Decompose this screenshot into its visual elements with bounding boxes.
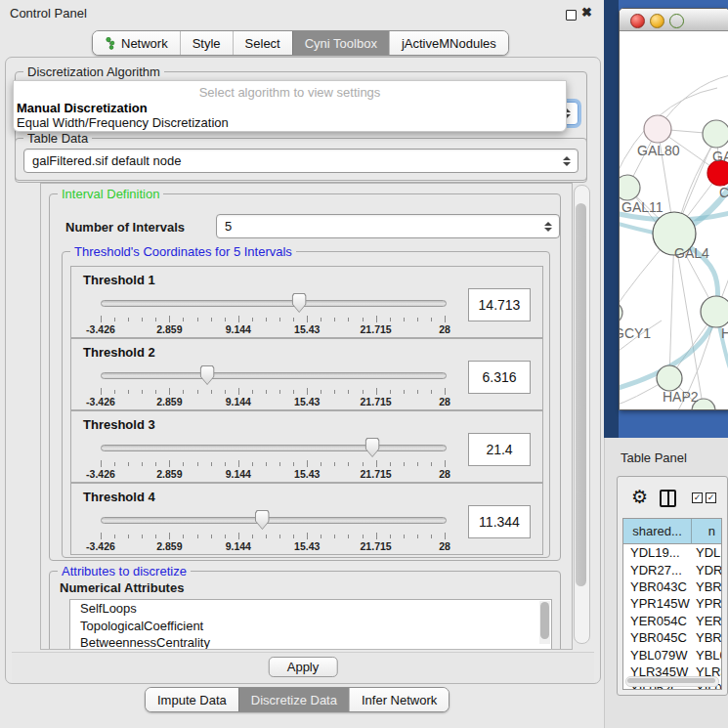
tab-jactivemnodules[interactable]: jActiveMNodules: [389, 31, 508, 55]
slider-track[interactable]: [101, 445, 447, 451]
dropdown-item-manual-discretization[interactable]: Manual Discretization: [17, 101, 148, 115]
tab-impute-data-label: Impute Data: [157, 693, 227, 707]
slider-track[interactable]: [101, 517, 447, 524]
cell-name[interactable]: YPR1: [692, 596, 721, 611]
network-window: GAL80GAGAL11CGAL4GCY1HHAP2: [619, 8, 728, 410]
threshold-slider[interactable]: -3.4262.8599.14415.4321.71528: [101, 437, 445, 476]
threshold-slider[interactable]: -3.4262.8599.14415.4321.71528: [101, 509, 445, 548]
num-intervals-value: 5: [225, 219, 232, 234]
tab-style[interactable]: Style: [180, 31, 233, 55]
slider-thumb[interactable]: [255, 510, 270, 530]
cell-name[interactable]: YDR2: [692, 563, 721, 578]
network-node[interactable]: [620, 302, 622, 323]
table-row[interactable]: YDR27...YDR2: [623, 561, 721, 578]
network-canvas[interactable]: GAL80GAGAL11CGAL4GCY1HHAP2: [620, 31, 728, 409]
attribute-list-item[interactable]: BetweennessCentrality: [70, 634, 551, 650]
threshold-label: Threshold 4: [83, 490, 155, 504]
network-node[interactable]: [620, 175, 640, 200]
network-desktop-area: GAL80GAGAL11CGAL4GCY1HHAP2: [604, 0, 728, 438]
threshold-value-box[interactable]: 11.344: [468, 505, 531, 538]
table-horizontal-scrollbar[interactable]: [625, 676, 719, 687]
tab-infer-network[interactable]: Infer Network: [349, 688, 449, 711]
column-header-shared-name[interactable]: shared...: [623, 519, 692, 544]
threshold-value-box[interactable]: 6.316: [468, 361, 531, 394]
tab-cyni-toolbox[interactable]: Cyni Toolbox: [292, 31, 389, 55]
attributes-scrollbar-thumb[interactable]: [540, 602, 549, 639]
table-scrollbar-thumb[interactable]: [627, 678, 715, 683]
tab-discretize-data[interactable]: Discretize Data: [238, 688, 349, 711]
checkbox-icon[interactable]: ✓: [692, 492, 703, 503]
table-data-group: Table Data galFiltered.sif default node: [15, 138, 587, 183]
close-icon[interactable]: ✖: [581, 5, 592, 20]
zoom-traffic-light-icon[interactable]: [669, 14, 684, 28]
slider-thumb[interactable]: [365, 438, 380, 457]
attribute-list-item[interactable]: TopologicalCoefficient: [70, 618, 551, 635]
network-node[interactable]: [701, 296, 728, 327]
float-window-icon[interactable]: [566, 10, 577, 21]
tab-infer-network-label: Infer Network: [362, 693, 437, 707]
numerical-attributes-list[interactable]: SelfLoopsTopologicalCoefficientBetweenne…: [69, 599, 552, 650]
tab-jactivemnodules-label: jActiveMNodules: [402, 36, 496, 51]
cell-name[interactable]: YBR0: [692, 579, 721, 594]
thresholds-group: Threshold's Coordinates for 5 Intervals …: [62, 251, 550, 558]
checkbox-icon[interactable]: ✓: [706, 492, 716, 503]
network-node-label: GAL11: [621, 199, 664, 215]
table-row[interactable]: YBR045CYBR0: [623, 629, 721, 646]
settings-scroll-viewport: Interval Definition Number of Intervals …: [40, 183, 573, 650]
slider-tick-labels: -3.4262.8599.14415.4321.71528: [101, 323, 445, 335]
tab-select[interactable]: Select: [233, 31, 292, 55]
num-intervals-combobox[interactable]: 5: [216, 214, 560, 238]
threshold-box: Threshold 4-3.4262.8599.14415.4321.71528…: [70, 483, 543, 555]
gear-icon[interactable]: ⚙: [631, 486, 648, 508]
network-node-label: HAP2: [663, 389, 699, 405]
table-data-combobox[interactable]: galFiltered.sif default node: [23, 149, 578, 173]
network-window-titlebar[interactable]: [620, 9, 728, 31]
table-row[interactable]: YBL079WYBL0: [623, 646, 721, 663]
network-node[interactable]: [703, 120, 728, 148]
threshold-value-box[interactable]: 21.4: [468, 433, 531, 466]
cell-shared-name[interactable]: YBR043C: [623, 579, 692, 594]
attributes-group-label: Attributes to discretize: [58, 564, 191, 578]
threshold-box: Threshold 1-3.4262.8599.14415.4321.71528…: [70, 266, 543, 338]
table-row[interactable]: YPR145WYPR1: [623, 595, 721, 612]
table-row[interactable]: YBR043CYBR0: [623, 578, 721, 595]
network-node-label: GCY1: [620, 325, 651, 341]
cell-name[interactable]: YDL1: [692, 545, 721, 560]
top-tab-bar: Network Style Select Cyni Toolbox jActiv…: [92, 30, 509, 56]
cell-shared-name[interactable]: YDL19...: [623, 545, 692, 560]
attributes-list-scrollbar[interactable]: [539, 601, 550, 644]
slider-track[interactable]: [101, 300, 447, 307]
table-row[interactable]: YER054CYER0: [623, 613, 721, 629]
cell-shared-name[interactable]: YBR045C: [623, 630, 692, 645]
dropdown-item-equal-width-frequency[interactable]: Equal Width/Frequency Discretization: [17, 115, 229, 130]
attribute-list-item[interactable]: SelfLoops: [70, 600, 551, 618]
columns-icon[interactable]: [660, 490, 676, 507]
slider-track[interactable]: [101, 372, 447, 379]
settings-scrollbar-thumb[interactable]: [576, 203, 586, 586]
cell-shared-name[interactable]: YBL079W: [623, 648, 692, 663]
table-row[interactable]: YDL19...YDL1: [623, 544, 721, 561]
network-node[interactable]: [657, 365, 682, 391]
close-traffic-light-icon[interactable]: [630, 14, 645, 28]
slider-tick-labels: -3.4262.8599.14415.4321.71528: [101, 396, 445, 407]
cell-name[interactable]: YBL0: [692, 648, 721, 663]
slider-thumb[interactable]: [292, 293, 307, 313]
minimize-traffic-light-icon[interactable]: [650, 14, 664, 28]
slider-ticks: [101, 388, 445, 395]
threshold-value-box[interactable]: 14.713: [468, 288, 531, 321]
network-node[interactable]: [644, 115, 671, 143]
slider-thumb[interactable]: [200, 365, 215, 385]
tab-network[interactable]: Network: [93, 31, 180, 55]
cell-shared-name[interactable]: YPR145W: [623, 596, 692, 611]
apply-button[interactable]: Apply: [269, 657, 338, 677]
attributes-items: SelfLoopsTopologicalCoefficientBetweenne…: [70, 600, 551, 650]
threshold-slider[interactable]: -3.4262.8599.14415.4321.71528: [101, 364, 445, 404]
cell-shared-name[interactable]: YDR27...: [623, 563, 692, 578]
threshold-slider[interactable]: -3.4262.8599.14415.4321.71528: [101, 292, 445, 331]
cell-shared-name[interactable]: YER054C: [623, 614, 692, 628]
cell-name[interactable]: YER0: [692, 614, 721, 628]
tab-impute-data[interactable]: Impute Data: [146, 688, 238, 711]
settings-scrollbar[interactable]: [574, 185, 590, 644]
cell-name[interactable]: YBR0: [692, 630, 721, 645]
column-header-name[interactable]: n: [692, 519, 721, 544]
